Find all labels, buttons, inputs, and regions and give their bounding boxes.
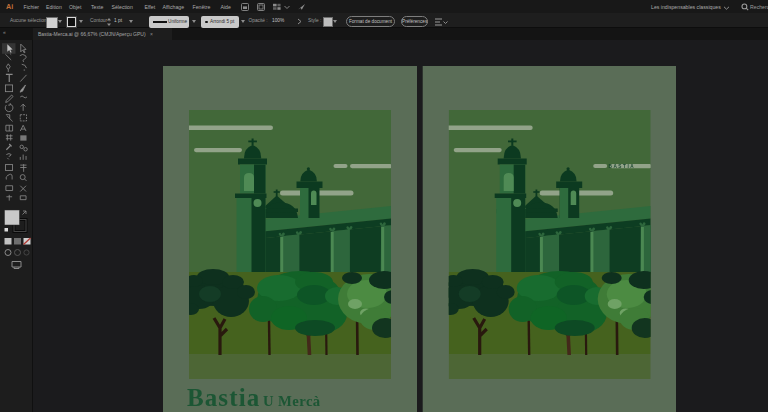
svg-text:BASTIA: BASTIA (609, 164, 636, 169)
svg-text:U Mercà: U Mercà (263, 393, 321, 409)
svg-text:Bastia: Bastia (187, 384, 260, 411)
